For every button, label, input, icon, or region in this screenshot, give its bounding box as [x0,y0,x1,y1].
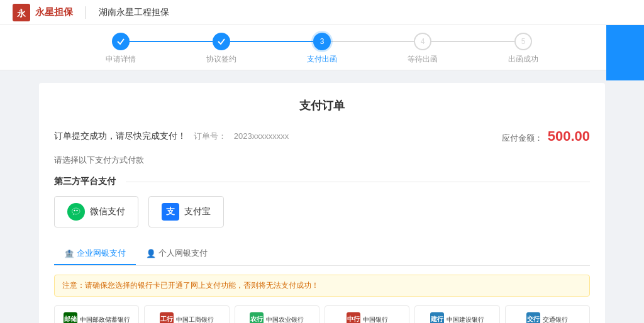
order-number: 2023xxxxxxxxx [234,131,289,141]
step-item-5: 5 出函成功 [473,33,574,65]
step-label-2: 协议签约 [206,54,236,65]
bank-logo-icon: 农行 [250,312,264,323]
bank-name: 中国银行 [363,315,388,324]
bank-logo-icon: 邮储 [64,312,77,323]
step-label-4: 等待出函 [408,54,438,65]
step-label-5: 出函成功 [508,54,538,65]
step-circle-2 [213,33,230,50]
order-number-label: 订单号： [194,131,226,141]
order-info: 订单提交成功，请尽快完成支付！ 订单号： 2023xxxxxxxxx 应付金额：… [54,128,590,145]
pay-hint: 请选择以下支付方式付款 [54,155,590,166]
logo-area: 永 永星担保 湖南永星工程担保 [13,4,169,21]
step-circle-1 [112,33,130,50]
wechat-pay-label: 微信支付 [90,206,125,217]
bank-item[interactable]: 工行中国工商银行 [144,305,229,323]
svg-text:永: 永 [16,8,26,18]
wechat-pay-option[interactable]: 微信支付 [54,196,138,227]
bank-item[interactable]: 中行中国银行 [325,305,409,323]
bank-logo-icon: 建行 [430,312,444,323]
alipay-label: 支付宝 [184,206,211,217]
bank-name: 交通银行 [543,315,568,324]
bank-item[interactable]: 农行中国农业银行 [235,305,319,323]
payment-options: 微信支付 支 支付宝 [54,196,590,227]
step-item-3: 3 支付出函 [272,33,372,65]
tab-personal-icon: 👤 [146,249,156,258]
wechat-icon [67,203,85,221]
step-item-1: 申请详情 [70,33,171,65]
step-circle-4: 4 [414,33,431,50]
step-circle-5: 5 [514,33,532,50]
svg-point-3 [76,210,77,211]
bank-logo-icon: 中行 [347,312,360,323]
alipay-icon: 支 [162,203,179,221]
bank-name: 中国邮政储蓄银行 [80,315,130,324]
bank-grid: 邮储中国邮政储蓄银行工行中国工商银行农行中国农业银行中行中国银行建行中国建设银行… [54,305,590,323]
step-item-2: 协议签约 [171,33,272,65]
bank-notice: 注意：请确保您选择的银行卡已开通了网上支付功能，否则将无法支付成功！ [54,275,590,297]
bank-item[interactable]: 邮储中国邮政储蓄银行 [54,305,139,323]
svg-point-2 [74,210,75,211]
header: 永 永星担保 湖南永星工程担保 [0,0,644,25]
bank-name: 中国工商银行 [176,315,214,324]
bank-tabs: 🏦 企业网银支付 👤 个人网银支付 [54,243,590,266]
bank-logo-icon: 工行 [160,312,174,323]
page-title: 支付订单 [54,98,590,113]
step-label-3: 支付出函 [307,54,337,65]
bank-logo-icon: 交行 [526,312,540,323]
tab-personal-bank[interactable]: 👤 个人网银支付 [136,243,218,265]
bank-name: 中国农业银行 [266,315,304,324]
steps-container: 申请详情 协议签约 3 支付出函 [0,25,644,70]
right-accent-block [606,25,644,80]
alipay-option[interactable]: 支 支付宝 [148,196,224,227]
section-title-third-party: 第三方平台支付 [54,176,590,187]
order-info-left: 订单提交成功，请尽快完成支付！ 订单号： 2023xxxxxxxxx [54,131,289,142]
header-divider [86,6,86,19]
tab-enterprise-bank[interactable]: 🏦 企业网银支付 [54,243,136,265]
bank-name: 中国建设银行 [447,315,484,324]
step-label-1: 申请详情 [106,54,136,65]
logo-icon: 永 [13,4,30,21]
logo-text: 永星担保 [35,6,73,18]
bank-item[interactable]: 建行中国建设银行 [414,305,499,323]
tab-enterprise-icon: 🏦 [64,249,74,258]
order-success-msg: 订单提交成功，请尽快完成支付！ [54,131,186,141]
main-content: 支付订单 订单提交成功，请尽快完成支付！ 订单号： 2023xxxxxxxxx … [39,83,605,323]
header-subtitle: 湖南永星工程担保 [99,7,169,18]
step-item-4: 4 等待出函 [372,33,473,65]
step-circle-3: 3 [313,33,331,50]
order-amount: 500.00 [548,128,590,144]
amount-area: 应付金额： 500.00 [502,128,590,145]
steps: 申请详情 协议签约 3 支付出函 [0,33,644,65]
bank-item[interactable]: 交行交通银行 [505,305,590,323]
amount-label: 应付金额： [502,133,543,143]
